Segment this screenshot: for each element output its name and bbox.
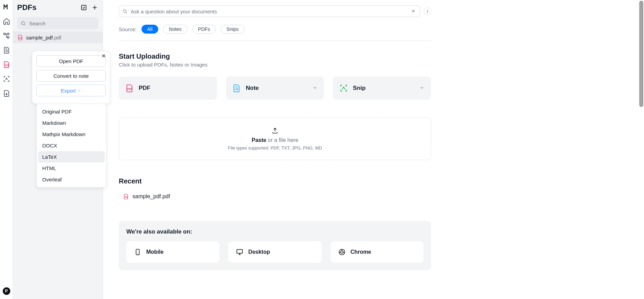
platform-card-mobile[interactable]: Mobile [126, 241, 219, 263]
upload-sub: Click to upload PDFs, Notes or Images [119, 62, 431, 68]
avatar[interactable]: P [3, 287, 10, 295]
pdf-file-icon: PDF [17, 34, 23, 40]
upload-icon [272, 127, 278, 135]
recent-heading: Recent [119, 177, 431, 185]
scrollbar[interactable] [639, 1, 643, 107]
upload-card-note[interactable]: Note [226, 76, 324, 100]
ask-input[interactable] [130, 8, 411, 15]
file-name: sample_pdf.pdf [26, 35, 61, 40]
export-option-markdown[interactable]: Markdown [38, 117, 105, 129]
upload-card-snip[interactable]: Snip [333, 76, 431, 100]
svg-rect-1 [7, 33, 9, 35]
sidebar: PDFs PDF sample_pdf.pdf Open PDF Convert… [13, 0, 103, 299]
tree-icon[interactable] [2, 32, 11, 40]
pdf-icon: PDF [125, 84, 134, 93]
export-option-original-pdf[interactable]: Original PDF [38, 106, 105, 117]
search-icon [21, 21, 26, 26]
source-pill-snips[interactable]: Snips [221, 25, 244, 34]
dropzone-line1: Paste or a file here [252, 137, 298, 143]
upload-section: Start Uploading Click to upload PDFs, No… [119, 52, 431, 160]
desktop-icon [236, 248, 243, 256]
search-icon [123, 9, 127, 14]
multiselect-icon[interactable] [80, 4, 88, 11]
svg-point-13 [341, 251, 343, 253]
svg-text:PDF: PDF [5, 64, 9, 67]
source-pill-all[interactable]: All [141, 25, 159, 34]
add-icon[interactable] [91, 4, 99, 11]
chevron-down-icon [312, 85, 318, 91]
svg-rect-0 [3, 33, 5, 35]
svg-text:PDF: PDF [127, 88, 133, 90]
search-input[interactable] [28, 20, 95, 27]
recent-item[interactable]: PDFsample_pdf.pdf [119, 191, 431, 202]
export-dropdown: Original PDFMarkdownMathpix MarkdownDOCX… [36, 104, 106, 188]
sidebar-title: PDFs [17, 3, 77, 12]
svg-rect-2 [7, 37, 9, 38]
chevron-down-icon [419, 85, 425, 91]
file-row[interactable]: PDF sample_pdf.pdf [13, 32, 103, 43]
export-option-overleaf[interactable]: Overleaf [38, 174, 105, 185]
platform-card-chrome[interactable]: Chrome [331, 241, 424, 263]
close-icon[interactable] [101, 53, 107, 59]
export-option-docx[interactable]: DOCX [38, 140, 105, 151]
logo-icon[interactable] [2, 3, 11, 11]
chrome-icon [338, 248, 346, 256]
platform-card-desktop[interactable]: Desktop [228, 241, 321, 263]
platform-label: Mobile [146, 249, 164, 255]
dropzone-hint: File types supported: PDF, TXT, JPG, PNG… [228, 145, 322, 151]
snip-icon [339, 84, 348, 93]
card-label: Snip [353, 85, 366, 92]
svg-rect-11 [237, 250, 243, 253]
nav-rail: PDF P [0, 0, 13, 299]
svg-text:PDF: PDF [19, 37, 22, 39]
source-pill-notes[interactable]: Notes [163, 25, 187, 34]
pdf-file-icon: PDF [123, 193, 129, 200]
clear-icon[interactable] [411, 9, 416, 14]
also-heading: We're also available on: [126, 228, 424, 235]
upload-heading: Start Uploading [119, 52, 431, 60]
avatar-letter: P [5, 289, 8, 294]
dropzone[interactable]: Paste or a file here File types supporte… [119, 118, 431, 160]
convert-note-button[interactable]: Convert to note [36, 70, 106, 82]
export-option-latex[interactable]: LaTeX [38, 151, 105, 163]
svg-rect-4 [81, 5, 86, 10]
snip-icon[interactable] [2, 75, 11, 83]
recent-section: Recent PDFsample_pdf.pdf [119, 177, 431, 202]
export-doc-icon[interactable] [2, 89, 11, 97]
platform-label: Chrome [350, 249, 371, 255]
upload-card-pdf[interactable]: PDFPDF [119, 76, 217, 100]
open-pdf-button[interactable]: Open PDF [36, 55, 106, 67]
also-section: We're also available on: MobileDesktopCh… [119, 221, 431, 270]
pdf-icon[interactable]: PDF [2, 60, 11, 69]
ask-box[interactable] [119, 5, 420, 17]
chevron-down-icon [77, 88, 81, 93]
ask-row: i [119, 5, 431, 17]
source-label: Source: [119, 26, 137, 32]
export-option-mathpix-markdown[interactable]: Mathpix Markdown [38, 129, 105, 140]
info-icon[interactable]: i [424, 8, 431, 15]
mobile-icon [134, 248, 141, 256]
sidebar-search[interactable] [17, 17, 99, 29]
export-button[interactable]: Export [36, 85, 106, 96]
source-row: Source: AllNotesPDFsSnips [119, 25, 431, 41]
export-label: Export [61, 88, 76, 94]
card-label: Note [246, 85, 259, 92]
export-option-html[interactable]: HTML [38, 163, 105, 174]
card-label: PDF [139, 85, 150, 92]
svg-point-5 [22, 22, 25, 25]
main: i Source: AllNotesPDFsSnips Start Upload… [103, 0, 644, 299]
sidebar-header: PDFs [13, 0, 103, 15]
svg-text:PDF: PDF [125, 196, 128, 198]
platform-label: Desktop [248, 249, 270, 255]
document-icon[interactable] [2, 46, 11, 54]
svg-point-7 [123, 10, 126, 12]
source-pill-pdfs[interactable]: PDFs [192, 25, 216, 34]
home-icon[interactable] [2, 17, 11, 25]
file-actions-popover: Open PDF Convert to note Export [32, 51, 110, 104]
note-icon [232, 84, 241, 93]
